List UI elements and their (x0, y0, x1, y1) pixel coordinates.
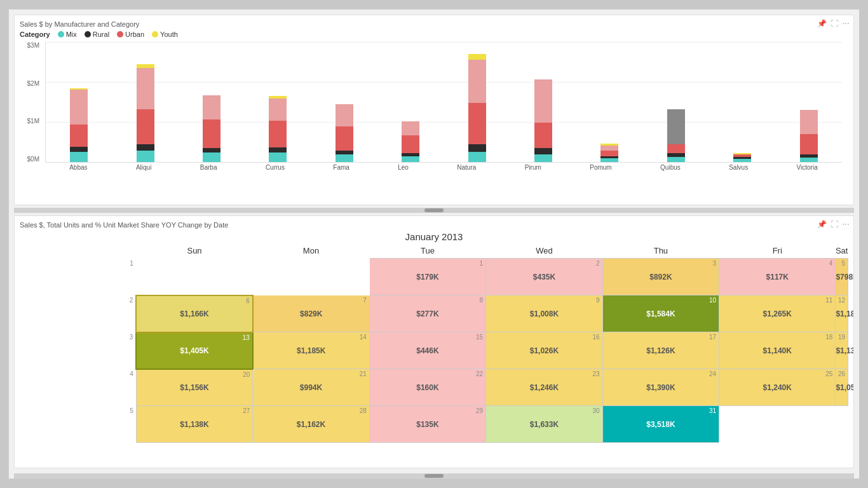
calendar-panel: 📌 ⛶ ⋯ Sales $, Total Units and % Unit Ma… (14, 215, 854, 468)
legend-item-mix: Mix (58, 30, 77, 38)
x-label-abbas: Abbas (69, 164, 87, 171)
y-label-2m: $2M (20, 80, 39, 87)
calendar-cell: 12 $1,185K (836, 295, 848, 332)
cell-date: 23 (593, 370, 600, 377)
legend-item-rural: Rural (85, 30, 109, 38)
bar-seg (269, 121, 287, 147)
more-icon[interactable]: ⋯ (842, 19, 850, 28)
scroll-thumb-top[interactable] (424, 208, 444, 212)
pin-icon-cal[interactable]: 📌 (817, 220, 827, 229)
x-label-pirum: Pirum (525, 164, 541, 171)
bar-stack-abbas (70, 88, 88, 162)
bar-seg (600, 158, 618, 162)
bar-seg (70, 90, 88, 125)
cell-value: $1,633K (486, 420, 602, 429)
legend-text-urban: Urban (125, 30, 144, 38)
y-label-0m: $0M (20, 156, 39, 163)
y-label-1m: $1M (20, 118, 39, 125)
pin-icon[interactable]: 📌 (817, 19, 827, 28)
bar-group-pirum (534, 79, 552, 162)
calendar-panel-title: Sales $, Total Units and % Unit Market S… (20, 221, 848, 229)
cell-date: 11 (825, 297, 832, 304)
calendar-cell: 8 $277K (369, 295, 485, 332)
week-num-4: 4 (20, 369, 136, 406)
col-header-tue: Tue (369, 245, 485, 259)
chart-legend: Category Mix Rural Urban Youth (20, 30, 848, 38)
cell-date: 6 (246, 297, 250, 304)
bar-seg (402, 156, 419, 162)
empty-cell (836, 406, 848, 443)
bar-group-pomum (600, 144, 618, 162)
more-icon-cal[interactable]: ⋯ (842, 220, 850, 229)
week-num-1: 1 (20, 259, 136, 295)
bar-seg (468, 152, 486, 162)
bar-seg (468, 54, 486, 60)
cell-date: 24 (709, 370, 716, 377)
empty-cell (719, 406, 836, 443)
cell-value: $1,133K (836, 346, 848, 355)
week-num-5: 5 (20, 406, 136, 443)
cell-date: 21 (360, 370, 367, 377)
x-label-natura: Natura (457, 164, 476, 171)
legend-item-urban: Urban (117, 30, 144, 38)
scroll-thumb-bottom[interactable] (424, 474, 444, 478)
scroll-divider-bottom[interactable] (14, 473, 854, 478)
cell-value: $1,162K (253, 420, 369, 429)
calendar-cell: 23 $1,246K (486, 369, 603, 406)
expand-icon-cal[interactable]: ⛶ (831, 220, 838, 229)
calendar-week-row: 1 1 $179K 2 $435K 3 $892K (20, 259, 848, 295)
bar-seg (137, 144, 154, 151)
bar-seg (800, 110, 818, 134)
calendar-cell: 16 $1,026K (486, 332, 603, 369)
bars-container (45, 42, 842, 163)
legend-item-youth: Youth (152, 30, 178, 38)
legend-dot-urban (117, 31, 123, 37)
calendar-cell: 19 $1,133K (836, 332, 848, 369)
calendar-cell: 25 $1,240K (719, 369, 836, 406)
bar-seg (468, 103, 486, 144)
x-label-pomum: Pomum (590, 164, 611, 171)
x-label-aliqui: Aliqui (136, 164, 151, 171)
cell-value: $1,166K (137, 309, 252, 318)
empty-cell (136, 259, 252, 295)
legend-label: Category (20, 30, 50, 38)
cell-date: 29 (476, 407, 483, 414)
bar-seg (137, 151, 154, 162)
calendar-cell: 18 $1,140K (719, 332, 836, 369)
bar-group-natura (468, 54, 486, 162)
calendar-cell: 5 $798K (836, 259, 848, 295)
bar-seg (269, 152, 287, 162)
bar-seg (269, 98, 287, 121)
y-label-3m: $3M (20, 42, 39, 49)
calendar-panel-icons: 📌 ⛶ ⋯ (817, 220, 850, 229)
scroll-divider-top[interactable] (14, 208, 854, 213)
top-chart-panel: Sales $ by Manufacturer and Category 📌 ⛶… (14, 15, 854, 205)
bar-seg (203, 148, 220, 152)
calendar-cell: 3 $892K (602, 259, 719, 295)
cell-date: 20 (243, 371, 250, 378)
bar-stack-natura (468, 54, 486, 162)
x-label-leo: Leo (398, 164, 409, 171)
calendar-cell: 26 $1,053K (836, 369, 848, 406)
cell-value: $179K (370, 273, 485, 281)
bar-chart-area: $3M $2M $1M $0M (20, 42, 848, 182)
cell-value: $277K (370, 309, 485, 318)
bar-stack-victoria (800, 110, 818, 162)
legend-text-youth: Youth (160, 30, 178, 38)
bar-seg (336, 154, 353, 162)
bar-stack-aliqui (137, 64, 154, 162)
bar-stack-currus (269, 96, 287, 162)
calendar-grid: Sun Mon Tue Wed Thu Fri Sat 1 1 (20, 245, 848, 443)
calendar-cell: 2 $435K (486, 259, 603, 295)
cell-date: 31 (709, 407, 716, 414)
calendar-week-row: 5 27 $1,138K 28 $1,162K 29 $135K 30 (20, 406, 848, 443)
bar-seg (203, 152, 220, 162)
bar-seg (269, 147, 287, 152)
bar-seg (336, 104, 353, 126)
cell-value: $1,026K (486, 346, 602, 355)
x-label-salvus: Salvus (729, 164, 748, 171)
cell-value: $994K (253, 383, 369, 392)
cell-value: $1,126K (603, 346, 719, 355)
x-label-barba: Barba (200, 164, 217, 171)
expand-icon[interactable]: ⛶ (831, 19, 838, 28)
